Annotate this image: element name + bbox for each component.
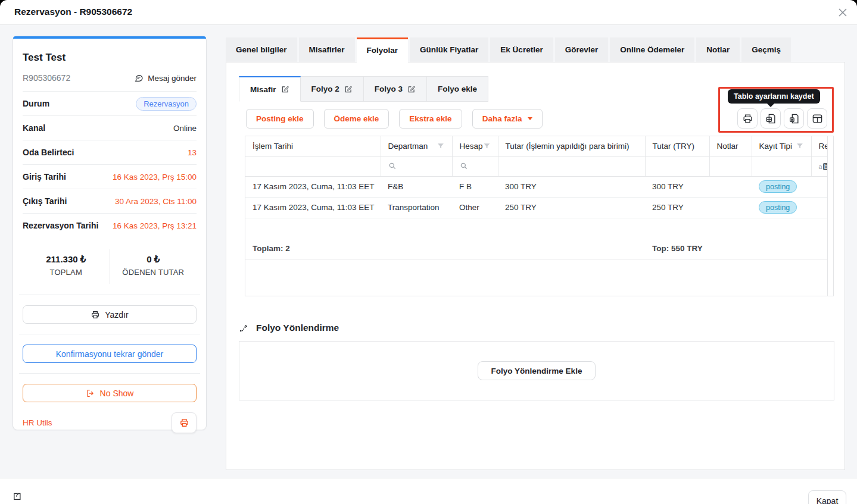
- folio-tab-misafir[interactable]: Misafir: [239, 76, 301, 102]
- file-x-icon: [789, 113, 800, 124]
- table-row[interactable]: 17 Kasım 2023, Cuma, 11:03 EET Transport…: [245, 197, 828, 218]
- col-kayit-tipi[interactable]: Kayıt Tipi: [752, 136, 811, 156]
- field-row-checkin: Giriş Tarihi 16 Kas 2023, Prş 15:00: [23, 164, 197, 189]
- folio-routing-box: Folyo Yönlendirme Ekle: [239, 341, 834, 400]
- filter-funnel-icon[interactable]: [483, 142, 491, 150]
- filter-cell-departman[interactable]: [381, 156, 452, 176]
- filter-cell-hesap[interactable]: [452, 156, 498, 176]
- edit-icon[interactable]: [281, 85, 289, 93]
- tab-gecmis[interactable]: Geçmiş: [741, 37, 791, 62]
- search-icon: [388, 162, 397, 170]
- table-layout-icon: [812, 113, 823, 124]
- folio-action-bar: Posting ekle Ödeme ekle Ekstra ekle Daha…: [246, 109, 543, 129]
- tab-gorevler[interactable]: Görevler: [555, 37, 609, 62]
- print-table-button[interactable]: [737, 108, 758, 129]
- save-table-settings-button[interactable]: [761, 108, 781, 129]
- tab-notlar[interactable]: Notlar: [696, 37, 740, 62]
- printer-icon: [179, 418, 189, 428]
- folio-tab-folyo-2[interactable]: Folyo 2: [301, 76, 364, 102]
- no-show-button[interactable]: No Show: [23, 384, 197, 402]
- tab-ek-ucretler[interactable]: Ek Ücretler: [490, 37, 553, 62]
- table-scrollbar-gutter[interactable]: [827, 136, 833, 296]
- tab-online-odemeler[interactable]: Online Ödemeler: [610, 37, 694, 62]
- hr-utils-print-button[interactable]: [172, 412, 197, 433]
- export-excel-button[interactable]: [784, 108, 804, 129]
- file-table-icon: [765, 113, 777, 124]
- filter-cell[interactable]: [709, 156, 752, 176]
- col-tutar-orig[interactable]: Tutar (İşlemin yapıldığı para birimi): [498, 136, 645, 156]
- main-tab-bar: Genel bilgiler Misafirler Folyolar Günlü…: [226, 37, 791, 62]
- field-row-checkout: Çıkış Tarihi 30 Ara 2023, Cts 11:00: [23, 189, 197, 213]
- save-table-settings-tooltip: Tablo ayarlarını kaydet: [728, 89, 820, 104]
- tab-misafirler[interactable]: Misafirler: [299, 37, 355, 62]
- abc-filter-icon: abc: [819, 163, 828, 170]
- print-button[interactable]: Yazdır: [23, 305, 197, 324]
- filter-cell-ref[interactable]: abc: [811, 156, 828, 176]
- field-row-status: Durum Rezervasyon: [23, 91, 197, 115]
- total-label: TOPLAM: [23, 268, 110, 277]
- field-row-channel: Kanal Online: [23, 115, 197, 140]
- logout-icon: [86, 389, 95, 398]
- paid-label: ÖDENEN TUTAR: [110, 268, 197, 277]
- table-layout-button[interactable]: [807, 108, 827, 129]
- printer-icon: [91, 310, 100, 320]
- col-tutar-try[interactable]: Tutar (TRY): [645, 136, 709, 156]
- route-icon: [239, 323, 249, 333]
- add-extra-button[interactable]: Ekstra ekle: [399, 109, 462, 129]
- close-modal-button[interactable]: Kapat: [808, 490, 846, 504]
- send-message-button[interactable]: Mesaj gönder: [134, 73, 197, 83]
- screen-corner-artifact: [850, 0, 857, 7]
- record-type-badge: posting: [759, 180, 797, 193]
- table-header-row: İşlem Tarihi Departman Hesap Tutar (İşle…: [245, 136, 828, 156]
- divider: [19, 295, 200, 295]
- modal-title: Rezervasyon - R905306672: [14, 7, 132, 17]
- guest-name: Test Test: [23, 52, 197, 64]
- paid-amount: 0 ₺: [110, 254, 197, 265]
- resend-confirmation-button[interactable]: Konfirmasyonu tekrar gönder: [23, 345, 197, 363]
- edit-icon[interactable]: [407, 85, 416, 93]
- tab-genel-bilgiler[interactable]: Genel bilgiler: [226, 37, 297, 62]
- share-icon[interactable]: [12, 492, 22, 501]
- reservation-summary-card: Test Test R905306672 Mesaj gönder Durum …: [13, 36, 207, 430]
- reservation-modal: Rezervasyon - R905306672 Test Test R9053…: [0, 0, 857, 504]
- modal-footer: Kapat: [0, 478, 857, 504]
- table-summary-row: Toplam: 2 Top: 550 TRY: [245, 239, 828, 259]
- reservation-code: R905306672: [23, 73, 70, 83]
- filter-funnel-icon[interactable]: [796, 142, 804, 150]
- folio-tab-folyo-3[interactable]: Folyo 3: [364, 76, 427, 102]
- col-hesap[interactable]: Hesap: [452, 136, 498, 156]
- caret-down-icon: [528, 117, 532, 120]
- add-posting-button[interactable]: Posting ekle: [246, 109, 314, 129]
- folio-tab-bar: Misafir Folyo 2 Folyo 3: [239, 76, 488, 102]
- tab-folyolar[interactable]: Folyolar: [357, 37, 409, 62]
- field-row-room: Oda Belirteci 13: [23, 140, 197, 164]
- col-notlar[interactable]: Notlar: [709, 136, 752, 156]
- folio-routing-header: Folyo Yönlendirme: [239, 323, 339, 333]
- folios-panel: Misafir Folyo 2 Folyo 3: [226, 62, 845, 470]
- folio-tab-add[interactable]: Folyo ekle: [427, 76, 488, 102]
- hr-utils-label: HR Utils: [23, 418, 52, 427]
- filter-cell[interactable]: [752, 156, 811, 176]
- filter-cell[interactable]: [245, 156, 381, 176]
- add-folio-routing-button[interactable]: Folyo Yönlendirme Ekle: [478, 361, 596, 380]
- row-count: Toplam: 2: [253, 244, 290, 253]
- screen-corner-artifact: [0, 0, 7, 7]
- filter-funnel-icon[interactable]: [437, 142, 445, 150]
- table-row[interactable]: 17 Kasım 2023, Cuma, 11:03 EET F&B F B 3…: [245, 176, 828, 197]
- col-departman[interactable]: Departman: [381, 136, 452, 156]
- more-button[interactable]: Daha fazla: [472, 109, 543, 129]
- sum-total: Top: 550 TRY: [652, 244, 703, 253]
- message-bubble-icon: [134, 73, 144, 83]
- table-tools: [737, 108, 827, 129]
- postings-table: İşlem Tarihi Departman Hesap Tutar (İşle…: [245, 136, 834, 296]
- filter-cell[interactable]: [498, 156, 645, 176]
- search-icon: [460, 162, 468, 170]
- add-payment-button[interactable]: Ödeme ekle: [324, 109, 389, 129]
- col-islem-tarihi[interactable]: İşlem Tarihi: [245, 136, 381, 156]
- col-ref[interactable]: Ref: [811, 136, 828, 156]
- close-icon[interactable]: [838, 8, 847, 17]
- record-type-badge: posting: [759, 201, 797, 214]
- filter-cell[interactable]: [645, 156, 709, 176]
- edit-icon[interactable]: [344, 85, 353, 93]
- tab-gunluk-fiyatlar[interactable]: Günlük Fiyatlar: [410, 37, 488, 62]
